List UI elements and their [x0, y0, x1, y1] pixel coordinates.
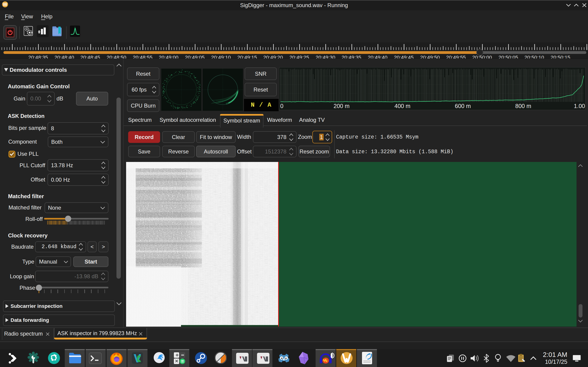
svg-text:1.00: 1.00 [574, 103, 585, 109]
svg-text:400 m: 400 m [394, 103, 410, 109]
svg-text:0: 0 [280, 103, 284, 109]
svg-text:600 m: 600 m [455, 103, 471, 109]
svg-text:800 m: 800 m [515, 103, 531, 109]
svg-text:200 m: 200 m [334, 103, 349, 109]
